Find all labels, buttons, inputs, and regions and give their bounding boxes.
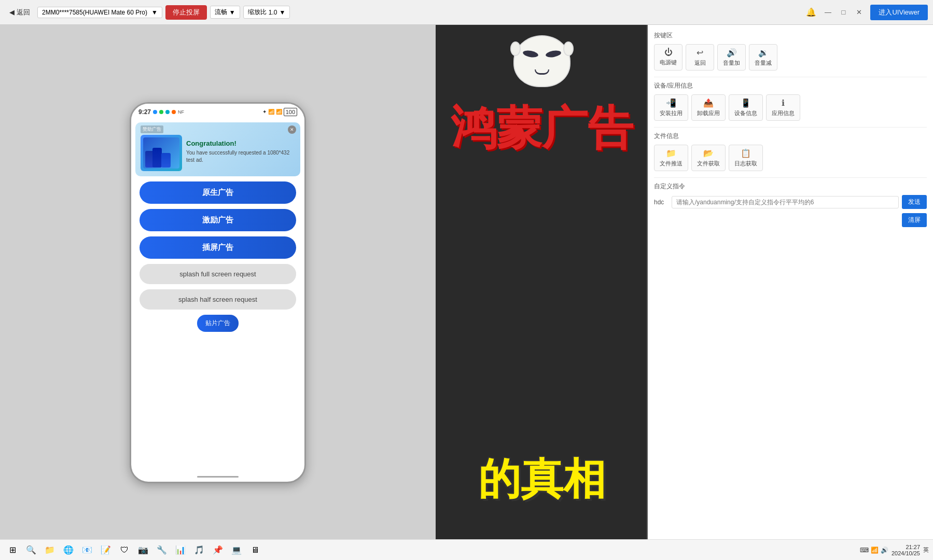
device-info-title: 设备/应用信息	[654, 81, 927, 90]
lang-indicator[interactable]: 英	[923, 546, 929, 554]
taskbar-app-7[interactable]: 📷	[135, 542, 151, 558]
taskbar-app-11[interactable]: 📌	[210, 542, 226, 558]
file-push-icon: 📁	[666, 148, 676, 158]
phone-silhouette-2	[152, 148, 162, 167]
status-time: 9:27	[138, 108, 151, 116]
native-ad-button[interactable]: 原生广告	[140, 181, 296, 204]
ad-close-button[interactable]: ✕	[288, 125, 296, 134]
taskbar-app-6[interactable]: 🛡	[116, 542, 133, 558]
install-label: 安装拉用	[660, 109, 683, 117]
start-button[interactable]: ⊞	[4, 542, 21, 558]
file-pull-button[interactable]: 📂 文件获取	[691, 145, 726, 171]
mascot-eye-left	[522, 49, 539, 58]
btn-group-file: 📁 文件推送 📂 文件获取 📋 日志获取	[654, 145, 927, 171]
phone-content: 原生广告 激励广告 插屏广告 splash full screen reques…	[131, 178, 304, 337]
flow-dropdown-arrow: ▼	[229, 9, 235, 16]
app-info-button[interactable]: ℹ 应用信息	[766, 94, 800, 121]
ad-banner: 赞助广告 ✕ Congratulation! You have successf…	[135, 122, 300, 176]
back-button[interactable]: ◀ 返回	[5, 6, 34, 19]
clear-button[interactable]: 清屏	[902, 213, 927, 227]
minimize-button[interactable]: —	[821, 6, 834, 19]
taskbar-app-10[interactable]: 🎵	[191, 542, 207, 558]
mascot-head	[513, 35, 570, 87]
main-content: 9:27 NF ✦ 📶 📶 100 赞助广告 ✕	[0, 25, 933, 560]
install-icon: 📲	[666, 98, 676, 108]
file-title: 文件信息	[654, 132, 927, 141]
close-button[interactable]: ✕	[853, 6, 865, 19]
vol-up-button[interactable]: 🔊 音量加	[717, 44, 746, 71]
power-button[interactable]: ⏻ 电源键	[654, 44, 683, 71]
file-pull-label: 文件获取	[697, 160, 720, 167]
device-name: 2MM0****7585(HUAWEI Mate 60 Pro)	[42, 9, 147, 16]
taskbar-app-12[interactable]: 💻	[228, 542, 245, 558]
unload-icon: 📤	[703, 98, 714, 108]
send-button[interactable]: 发送	[902, 195, 927, 209]
patch-ad-button[interactable]: 贴片广告	[197, 315, 239, 332]
taskbar-app-1[interactable]: 🔍	[23, 542, 39, 558]
status-icons: ✦ 📶 📶 100	[262, 108, 297, 116]
flow-label: 流畅	[215, 8, 227, 17]
device-dropdown-arrow: ▼	[151, 9, 158, 16]
small-text: 的真相	[478, 451, 606, 508]
vol-up-label: 音量加	[723, 59, 740, 67]
taskbar-time: 21:27 2024/10/25	[892, 544, 920, 556]
device-info-button[interactable]: 📱 设备信息	[729, 94, 763, 121]
nfc-label: NF	[178, 109, 184, 115]
taskbar: ⊞ 🔍 📁 🌐 📧 📝 🛡 📷 🔧 📊 🎵 📌 💻 🖥 ⌨ 📶 🔊 21:27 …	[0, 539, 933, 560]
interstitial-ad-button[interactable]: 插屏广告	[140, 236, 296, 259]
device-dropdown[interactable]: 2MM0****7585(HUAWEI Mate 60 Pro) ▼	[37, 7, 162, 18]
taskbar-app-4[interactable]: 📧	[79, 542, 95, 558]
splash-halfscreen-button[interactable]: splash half screen request	[140, 289, 296, 310]
custom-cmd-title: 自定义指令	[654, 182, 927, 191]
phone-frame: 9:27 NF ✦ 📶 📶 100 赞助广告 ✕	[130, 102, 306, 483]
phone-status-bar: 9:27 NF ✦ 📶 📶 100	[131, 104, 304, 120]
command-input[interactable]	[672, 196, 899, 208]
notification-icon[interactable]: 🔔	[806, 7, 816, 17]
power-label: 电源键	[660, 59, 677, 66]
file-push-button[interactable]: 📁 文件推送	[654, 145, 688, 171]
vol-down-button[interactable]: 🔉 音量减	[749, 44, 777, 71]
divider3	[654, 177, 927, 178]
command-row: hdc 发送	[654, 195, 927, 209]
center-panel: 鸿蒙广告 的真相	[436, 25, 648, 560]
log-icon: 📋	[741, 148, 751, 158]
splash-fullscreen-button[interactable]: splash full screen request	[140, 264, 296, 284]
taskbar-app-5[interactable]: 📝	[98, 542, 114, 558]
log-button[interactable]: 📋 日志获取	[729, 145, 763, 171]
scale-dropdown[interactable]: 缩放比 1.0 ▼	[243, 6, 290, 19]
back-ctrl-label: 返回	[694, 59, 706, 67]
wifi-icon: 📶	[268, 109, 274, 115]
big-text: 鸿蒙广告	[451, 97, 633, 159]
unload-app-button[interactable]: 📤 卸载应用	[691, 94, 726, 121]
app-info-icon: ℹ	[782, 98, 785, 108]
stop-button[interactable]: 停止投屏	[165, 5, 207, 20]
device-info-label: 设备信息	[734, 109, 757, 117]
top-bar-right: 🔔 — □ ✕ 进入UIViewer	[806, 5, 928, 20]
taskbar-app-13[interactable]: 🖥	[247, 542, 263, 558]
incentive-ad-button[interactable]: 激励广告	[140, 209, 296, 231]
log-label: 日志获取	[734, 160, 757, 167]
install-app-button[interactable]: 📲 安装拉用	[654, 94, 688, 121]
taskbar-right: ⌨ 📶 🔊 21:27 2024/10/25 英	[860, 544, 929, 556]
taskbar-system-icons: ⌨ 📶 🔊	[860, 547, 888, 554]
taskbar-app-8[interactable]: 🔧	[154, 542, 170, 558]
back-ctrl-button[interactable]: ↩ 返回	[686, 44, 714, 71]
taskbar-app-2[interactable]: 📁	[41, 542, 58, 558]
maximize-button[interactable]: □	[837, 6, 850, 19]
btn-group-keys: ⏻ 电源键 ↩ 返回 🔊 音量加 🔉 音量减	[654, 44, 927, 71]
scale-dropdown-arrow: ▼	[279, 9, 285, 16]
ad-title: Congratulation!	[186, 139, 295, 147]
ad-text: Congratulation! You have successfully re…	[186, 134, 295, 164]
taskbar-app-3[interactable]: 🌐	[60, 542, 77, 558]
unload-label: 卸载应用	[697, 109, 720, 117]
back-ctrl-icon: ↩	[697, 48, 703, 58]
enter-viewer-button[interactable]: 进入UIViewer	[870, 5, 928, 20]
phone-nav-bar	[197, 476, 239, 478]
window-controls: — □ ✕	[821, 6, 865, 19]
right-panel: 按键区 ⏻ 电源键 ↩ 返回 🔊 音量加 🔉 音量减 设备/应用信息	[648, 25, 933, 560]
status-dot-orange	[172, 110, 176, 114]
flow-dropdown[interactable]: 流畅 ▼	[210, 6, 240, 19]
network-icon: 📶	[871, 547, 879, 554]
signal-icon: 📶	[276, 109, 282, 115]
taskbar-app-9[interactable]: 📊	[172, 542, 189, 558]
